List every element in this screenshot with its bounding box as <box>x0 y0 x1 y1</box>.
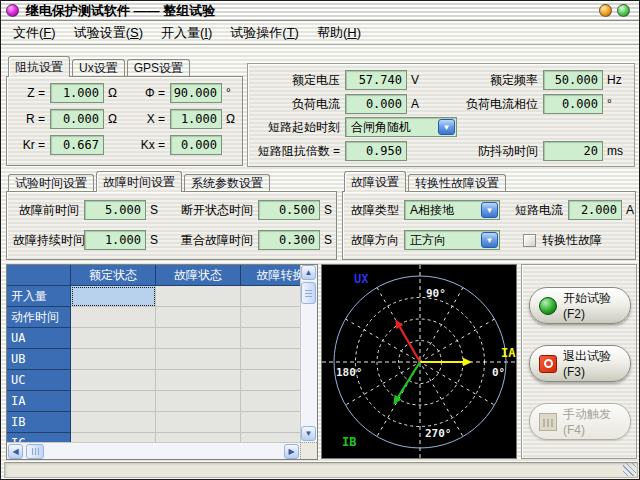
exit-test-button[interactable]: 退出试验(F3) <box>529 345 631 382</box>
vertical-scrollbar[interactable]: ▲ ▼ <box>300 265 317 443</box>
impedance-multiple-input[interactable]: 0.950 <box>345 141 407 161</box>
menu-accesskey: S <box>130 25 139 40</box>
ib-phase-label: IB <box>342 435 356 449</box>
resize-grip[interactable] <box>623 463 636 476</box>
debounce-time-unit: ms <box>607 144 623 158</box>
r-label: R = <box>15 112 45 126</box>
chevron-down-icon[interactable]: ▼ <box>481 202 498 218</box>
table-cell[interactable] <box>156 391 241 412</box>
r-input[interactable]: 0.000 <box>50 109 104 129</box>
table-cell[interactable] <box>241 349 301 370</box>
manual-trigger-button[interactable]: 手动触发(F4) <box>529 403 631 440</box>
table-cell[interactable] <box>241 307 301 328</box>
table-cell[interactable] <box>71 307 156 328</box>
prefault-time-input[interactable]: 5.000 <box>84 200 146 220</box>
open-state-time-unit: S <box>324 203 332 217</box>
menu-item-binary-input[interactable]: 开入量(I) <box>152 22 221 44</box>
menu-text: ) <box>208 25 212 40</box>
table-cell-selected[interactable] <box>71 286 156 307</box>
convert-fault-checkbox[interactable] <box>523 234 536 247</box>
reclose-fault-time-label: 重合故障时间 <box>173 232 253 249</box>
short-circuit-start-select[interactable]: 合闸角随机▼ <box>345 117 457 137</box>
tab-test-time[interactable]: 试验时间设置 <box>8 174 94 192</box>
tab-gps-settings[interactable]: GPS设置 <box>127 59 190 77</box>
title-bar: 继电保护测试软件 —— 整组试验 <box>1 1 639 21</box>
table-row: IA <box>7 391 301 412</box>
table-cell[interactable] <box>241 286 301 307</box>
table-cell[interactable] <box>156 328 241 349</box>
table-cell[interactable] <box>71 328 156 349</box>
tab-ux-settings[interactable]: Ux设置 <box>72 59 125 77</box>
menu-item-help[interactable]: 帮助(H) <box>308 22 370 44</box>
table-cell[interactable] <box>71 412 156 433</box>
fault-direction-select[interactable]: 正方向▼ <box>404 230 500 250</box>
row-header: UA <box>7 328 71 349</box>
load-current-phase-unit: ° <box>607 97 612 111</box>
tab-impedance-settings[interactable]: 阻抗设置 <box>8 56 70 77</box>
scroll-up-icon[interactable]: ▲ <box>301 265 316 280</box>
table-cell[interactable] <box>71 370 156 391</box>
fault-tab-body: 故障类型A相接地▼ 短路电流2.000A 故障方向正方向▼ 转换性故障 <box>342 191 636 260</box>
table-cell[interactable] <box>71 349 156 370</box>
table-row: 动作时间 <box>7 307 301 328</box>
start-test-button[interactable]: 开始试验(F2) <box>529 287 631 324</box>
app-window: 继电保护测试软件 —— 整组试验 文件(F) 试验设置(S) 开入量(I) 试验… <box>0 0 640 480</box>
green-vector <box>398 362 420 397</box>
scroll-left-icon[interactable]: ◀ <box>8 444 23 459</box>
rated-voltage-input[interactable]: 57.740 <box>345 70 407 90</box>
z-input[interactable]: 1.000 <box>50 83 104 103</box>
table-row: IB <box>7 412 301 433</box>
menu-text: 文件( <box>13 25 43 40</box>
fault-type-select[interactable]: A相接地▼ <box>404 200 500 220</box>
table-cell[interactable] <box>156 286 241 307</box>
horizontal-scroll-thumb[interactable] <box>26 444 44 459</box>
menu-item-test-operation[interactable]: 试验操作(T) <box>221 22 308 44</box>
fault-duration-input[interactable]: 1.000 <box>84 230 146 250</box>
menu-accesskey: T <box>287 25 295 40</box>
load-current-input[interactable]: 0.000 <box>345 94 407 114</box>
menu-item-test-settings[interactable]: 试验设置(S) <box>65 22 152 44</box>
table-cell[interactable] <box>241 391 301 412</box>
short-circuit-current-input[interactable]: 2.000 <box>568 200 622 220</box>
close-button-icon[interactable] <box>617 4 630 17</box>
rated-frequency-input[interactable]: 50.000 <box>543 70 603 90</box>
prefault-time-label: 故障前时间 <box>13 202 79 219</box>
table-cell[interactable] <box>156 307 241 328</box>
kr-input[interactable]: 0.667 <box>50 135 104 155</box>
vertical-scroll-thumb[interactable] <box>301 282 316 304</box>
chevron-down-icon[interactable]: ▼ <box>438 119 455 135</box>
fault-direction-value: 正方向 <box>410 232 446 249</box>
menu-item-file[interactable]: 文件(F) <box>4 22 65 44</box>
minimize-button-icon[interactable] <box>599 4 612 17</box>
scroll-down-icon[interactable]: ▼ <box>301 426 316 441</box>
table-corner-cell <box>7 265 71 286</box>
horizontal-scrollbar[interactable]: ◀ ▶ <box>7 442 301 459</box>
chevron-down-icon[interactable]: ▼ <box>481 232 498 248</box>
tab-system-params[interactable]: 系统参数设置 <box>184 174 270 192</box>
reclose-fault-time-input[interactable]: 0.300 <box>258 230 320 250</box>
table-cell[interactable] <box>71 391 156 412</box>
tab-convert-fault-settings[interactable]: 转换性故障设置 <box>408 174 506 192</box>
convert-fault-label: 转换性故障 <box>542 232 602 249</box>
table-cell[interactable] <box>241 370 301 391</box>
table-cell[interactable] <box>156 349 241 370</box>
kx-input[interactable]: 0.000 <box>170 135 222 155</box>
x-input[interactable]: 1.000 <box>170 109 222 129</box>
menu-text: ) <box>357 25 361 40</box>
phi-input[interactable]: 90.000 <box>170 83 222 103</box>
table-cell[interactable] <box>241 412 301 433</box>
tab-fault-settings[interactable]: 故障设置 <box>344 171 406 192</box>
power-ring-icon <box>544 359 553 368</box>
tab-fault-time[interactable]: 故障时间设置 <box>96 171 182 192</box>
fault-direction-label: 故障方向 <box>351 232 399 249</box>
impedance-tabstrip: 阻抗设置 Ux设置 GPS设置 <box>6 56 243 77</box>
table-cell[interactable] <box>241 328 301 349</box>
scroll-right-icon[interactable]: ▶ <box>284 444 299 459</box>
system-panel: 额定电压57.740V 额定频率50.000Hz 负荷电流0.000A 负荷电流… <box>247 63 635 167</box>
debounce-time-input[interactable]: 20 <box>543 141 603 161</box>
table-cell[interactable] <box>156 412 241 433</box>
time-tab-body: 故障前时间5.000S 断开状态时间0.500S 故障持续时间1.000S 重合… <box>6 191 337 260</box>
load-current-phase-input[interactable]: 0.000 <box>543 94 603 114</box>
open-state-time-input[interactable]: 0.500 <box>258 200 320 220</box>
table-cell[interactable] <box>156 370 241 391</box>
